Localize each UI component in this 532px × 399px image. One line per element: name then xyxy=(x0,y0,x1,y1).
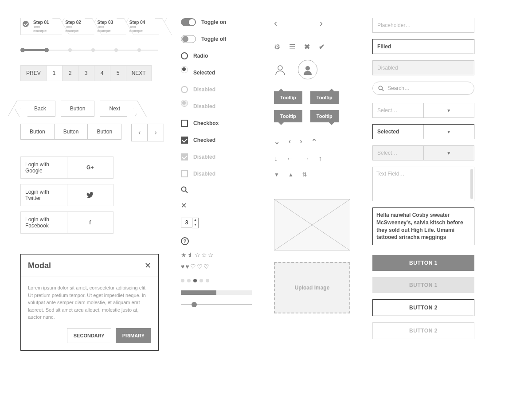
carousel-nav[interactable]: ‹ › xyxy=(131,124,164,141)
upload-dropzone[interactable]: Upload Image xyxy=(274,262,350,313)
search-icon[interactable] xyxy=(181,186,252,193)
search-input[interactable]: Search… xyxy=(372,82,474,95)
menu-icon[interactable]: ☰ xyxy=(289,43,295,51)
close-icon[interactable]: ✕ xyxy=(145,261,151,270)
login-facebook-button[interactable]: Login with Facebook f xyxy=(20,211,113,234)
stepper-down-icon[interactable]: ▼ xyxy=(192,223,198,228)
button-group[interactable]: Button Button Button xyxy=(20,124,121,140)
chevron-up-icon[interactable]: ⌃ xyxy=(311,137,317,146)
slider[interactable] xyxy=(181,301,252,308)
arrow-right-icon[interactable]: → xyxy=(302,155,309,163)
radio-selected-row[interactable]: Selected xyxy=(181,68,252,77)
modal-body: Lorem ipsum dolor sit amet, consectetur … xyxy=(21,277,158,328)
toggle-on-row[interactable]: Toggle on xyxy=(181,18,252,27)
chevron-right-icon[interactable]: › xyxy=(300,137,302,146)
text-input-placeholder[interactable]: Placeholder… xyxy=(372,18,474,33)
progress-dots[interactable] xyxy=(20,47,159,53)
step-1[interactable]: Step 01 Text example xyxy=(21,18,56,35)
group-button-3[interactable]: Button xyxy=(88,124,121,139)
chevron-left-icon[interactable]: ‹ xyxy=(274,18,277,29)
primary-button[interactable]: BUTTON 1 xyxy=(372,255,474,271)
pagination-page-1[interactable]: 1 xyxy=(47,66,63,81)
textarea-filled[interactable]: Hella narwhal Cosby sweater McSweeney's,… xyxy=(372,207,474,245)
textarea-empty[interactable]: Text Field… xyxy=(372,167,474,201)
secondary-button[interactable]: BUTTON 2 xyxy=(372,299,474,316)
stepper-input[interactable] xyxy=(181,218,192,227)
social-label: Login with Twitter xyxy=(21,184,67,206)
toggle-off-icon[interactable] xyxy=(181,35,196,43)
modal-primary-button[interactable]: PRIMARY xyxy=(116,328,151,343)
progress-dot-2[interactable] xyxy=(44,48,49,52)
avatar-circle[interactable] xyxy=(298,60,317,79)
arrow-down-icon[interactable]: ↓ xyxy=(274,155,278,163)
toggle-off-row[interactable]: Toggle off xyxy=(181,35,252,43)
step-subtitle: Text example xyxy=(65,25,86,33)
select-empty[interactable]: Select…▼ xyxy=(372,103,474,118)
radio-selected-icon[interactable] xyxy=(181,66,188,73)
group-button-2[interactable]: Button xyxy=(55,124,88,139)
gear-icon[interactable]: ⚙ xyxy=(274,43,280,51)
step-breadcrumb[interactable]: Step 01 Text example Step 02 Text exampl… xyxy=(20,18,159,35)
back-button[interactable]: Back xyxy=(20,101,55,117)
generic-button[interactable]: Button xyxy=(61,101,95,117)
tooltip-top-right: Tooltip xyxy=(310,91,339,104)
select-selected[interactable]: Selected▼ xyxy=(372,124,474,139)
radio-disabled-icon xyxy=(181,86,188,93)
radio-icon[interactable] xyxy=(181,52,188,59)
arrow-left-icon[interactable]: ← xyxy=(286,155,293,163)
toggle-on-icon[interactable] xyxy=(181,18,196,26)
caret-up-icon[interactable]: ▲ xyxy=(288,172,293,178)
arrow-up-icon[interactable]: ↑ xyxy=(318,155,322,163)
number-stepper[interactable]: ▲▼ xyxy=(181,218,252,228)
slider-thumb[interactable] xyxy=(192,302,197,307)
pager-dots[interactable] xyxy=(181,279,252,282)
checkbox-row[interactable]: Checkbox xyxy=(181,119,252,128)
checkbox-disabled-checked-row: Disabled xyxy=(181,153,252,161)
stepper-up-icon[interactable]: ▲ xyxy=(192,218,198,223)
chevron-right-icon[interactable]: › xyxy=(320,18,323,29)
text-input-filled[interactable]: Filled xyxy=(372,39,474,54)
group-button-1[interactable]: Button xyxy=(21,124,55,139)
pagination[interactable]: PREV 1 2 3 4 5 NEXT xyxy=(20,65,152,81)
pagination-next[interactable]: NEXT xyxy=(126,66,151,81)
progress-dot-4[interactable] xyxy=(91,48,95,52)
pagination-page-5[interactable]: 5 xyxy=(110,66,126,81)
modal-secondary-button[interactable]: SECONDARY xyxy=(67,328,111,343)
radio-row[interactable]: Radio xyxy=(181,51,252,60)
help-icon[interactable]: ? xyxy=(181,237,252,245)
chevron-left-icon[interactable]: ‹ xyxy=(132,124,148,141)
pagination-prev[interactable]: PREV xyxy=(21,66,47,81)
checkbox-checked-icon[interactable] xyxy=(181,137,188,144)
step-4[interactable]: Step 04 Text example xyxy=(121,18,159,35)
progress-dot-3[interactable] xyxy=(68,48,72,52)
next-button[interactable]: Next xyxy=(100,101,134,117)
chevron-right-icon[interactable]: › xyxy=(148,124,164,141)
pagination-page-3[interactable]: 3 xyxy=(78,66,94,81)
checkbox-checked-row[interactable]: Checked xyxy=(181,136,252,145)
check-icon[interactable]: ✔ xyxy=(319,43,325,51)
close-icon[interactable]: ✕ xyxy=(181,201,252,210)
pagination-page-2[interactable]: 2 xyxy=(63,66,78,81)
heart-rating[interactable]: ♥♥♡♡♡ xyxy=(181,263,252,270)
chevron-left-icon[interactable]: ‹ xyxy=(289,137,291,146)
pagination-page-4[interactable]: 4 xyxy=(94,66,110,81)
progress-dot-5[interactable] xyxy=(114,48,118,52)
step-2[interactable]: Step 02 Text example xyxy=(56,18,88,35)
close-icon[interactable]: ✖ xyxy=(304,43,310,51)
star-rating[interactable]: ★⯨☆☆☆ xyxy=(181,251,252,258)
progress-dot-6[interactable] xyxy=(137,48,141,52)
select-disabled: Select…▼ xyxy=(372,145,474,160)
twitter-icon xyxy=(67,184,113,206)
svg-line-1 xyxy=(186,191,188,193)
chevron-down-icon[interactable]: ⌄ xyxy=(274,137,280,146)
caret-down-icon[interactable]: ▼ xyxy=(274,172,279,178)
svg-point-4 xyxy=(278,66,282,70)
checkbox-icon[interactable] xyxy=(181,120,188,127)
step-3[interactable]: Step 03 Text example xyxy=(89,18,121,35)
checkbox-disabled-icon xyxy=(181,170,188,177)
progress-dot-1[interactable] xyxy=(20,48,25,52)
sort-icon[interactable]: ⇅ xyxy=(302,172,307,178)
login-twitter-button[interactable]: Login with Twitter xyxy=(20,184,113,206)
scrollbar[interactable] xyxy=(470,169,473,199)
login-google-button[interactable]: Login with Google G+ xyxy=(20,156,113,179)
